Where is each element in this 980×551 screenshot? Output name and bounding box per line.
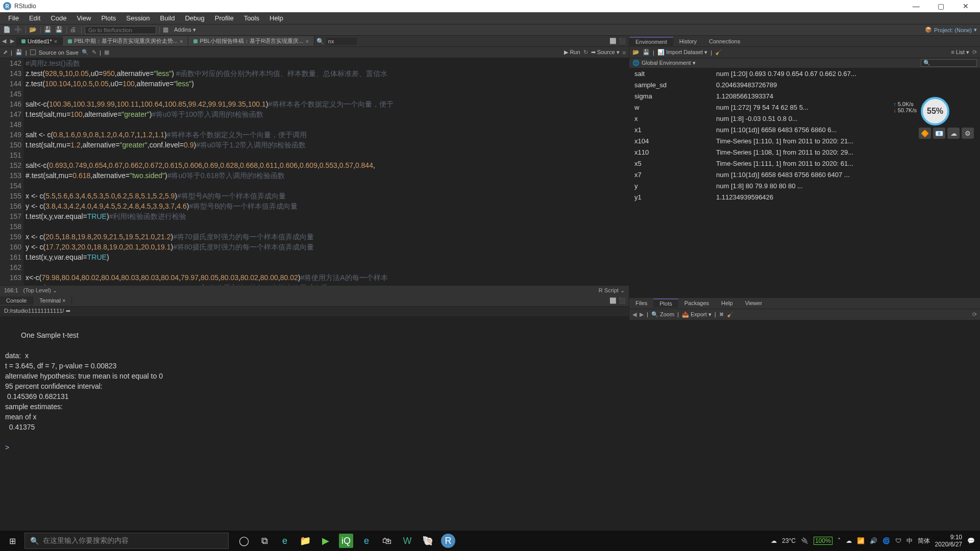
close-button[interactable]: ✕	[954, 2, 977, 10]
app-icon[interactable]: 🐚	[421, 534, 435, 548]
taskbar-search[interactable]: 🔍 在这里输入你要搜索的内容	[24, 533, 229, 549]
zoom-button[interactable]: 🔍 Zoom	[651, 311, 674, 318]
env-variable-row[interactable]: ynum [1:8] 80 79.9 80 80 80 ...	[629, 181, 980, 192]
tab-plots[interactable]: Plots	[653, 298, 678, 308]
env-variable-row[interactable]: saltnum [1:20] 0.693 0.749 0.654 0.67 0.…	[629, 68, 980, 80]
widget-icon[interactable]: 🔶	[919, 128, 931, 139]
menu-profile[interactable]: Profile	[210, 14, 239, 22]
menu-tools[interactable]: Tools	[239, 14, 264, 22]
ie-icon[interactable]: e	[359, 534, 374, 548]
menu-build[interactable]: Build	[155, 14, 180, 22]
cortana-icon[interactable]: ◯	[237, 534, 251, 548]
print-icon[interactable]: 🖨	[70, 26, 78, 34]
defender-icon[interactable]: 🛡	[895, 537, 901, 544]
menu-code[interactable]: Code	[45, 14, 71, 22]
scope-label[interactable]: (Top Level) ⌄	[23, 287, 57, 294]
refresh-icon[interactable]: ⟳	[972, 49, 977, 56]
run-button[interactable]: ▶ Run	[564, 49, 580, 56]
clock[interactable]: 9:10 2020/6/27	[935, 534, 962, 548]
wand-icon[interactable]: ✎	[92, 49, 96, 56]
goto-file-input[interactable]	[85, 26, 156, 34]
refresh-icon[interactable]: ⟳	[972, 311, 977, 318]
edge-icon[interactable]: e	[278, 534, 292, 548]
new-project-icon[interactable]: ➕	[14, 26, 22, 34]
save-workspace-icon[interactable]: 💾	[643, 49, 650, 56]
menu-session[interactable]: Session	[121, 14, 155, 22]
tab-terminal[interactable]: Terminal ×	[33, 296, 72, 305]
tab-search-input[interactable]	[326, 38, 357, 45]
rstudio-taskbar-icon[interactable]: R	[441, 534, 455, 548]
env-variable-row[interactable]: sigma1.12085661393374	[629, 91, 980, 102]
iqiyi-icon[interactable]: iQ	[339, 534, 353, 548]
start-button[interactable]: ⊞	[0, 536, 24, 546]
env-variable-row[interactable]: x110Time-Series [1:108, 1] from 2011 to …	[629, 147, 980, 158]
export-button[interactable]: 📤 Export ▾	[682, 311, 712, 318]
taskview-icon[interactable]: ⧉	[257, 534, 272, 548]
source-editor[interactable]: 1421431441451461471481491501511521531541…	[0, 58, 629, 285]
source-on-save-check[interactable]	[30, 49, 36, 55]
compile-report-icon[interactable]: ▦	[104, 49, 109, 56]
env-variable-row[interactable]: x5Time-Series [1:111, 1] from 2011 to 20…	[629, 158, 980, 169]
power-icon[interactable]: 🔌	[801, 537, 808, 544]
close-tab-icon[interactable]: ×	[305, 38, 308, 44]
find-icon[interactable]: 🔍	[82, 49, 89, 56]
load-workspace-icon[interactable]: 📂	[632, 49, 640, 56]
menu-edit[interactable]: Edit	[24, 14, 45, 22]
explorer-icon[interactable]: 📁	[298, 534, 312, 548]
maximize-pane-icon[interactable]: ⬛	[619, 38, 626, 44]
import-dataset-button[interactable]: 📊 Import Dataset ▾	[657, 49, 707, 56]
notifications-icon[interactable]: 💬	[967, 537, 975, 544]
env-variable-row[interactable]: y11.11234939596426	[629, 192, 980, 203]
tab-environment[interactable]: Environment	[629, 37, 673, 46]
addins-dropdown[interactable]: Addins ▾	[174, 27, 196, 33]
menu-plots[interactable]: Plots	[96, 14, 121, 22]
widget-icon[interactable]: ⚙	[962, 128, 974, 139]
tab-history[interactable]: History	[673, 37, 703, 45]
outline-icon[interactable]: ≡	[623, 49, 626, 56]
tab-files[interactable]: Files	[629, 299, 653, 307]
clear-plots-icon[interactable]: 🧹	[727, 311, 734, 318]
nav-back-icon[interactable]: ◀	[0, 38, 8, 44]
source-tab-untitled1[interactable]: Untitled1*×	[16, 37, 63, 45]
env-variable-row[interactable]: xnum [1:8] -0.03 0.51 0.8 0...	[629, 113, 980, 124]
scope-dropdown[interactable]: Global Environment ▾	[642, 60, 696, 66]
goto-dir-icon[interactable]: ➦	[66, 308, 70, 314]
tab-packages[interactable]: Packages	[678, 299, 715, 307]
source-tab-pbl-final[interactable]: PBL小组报告终稿：基于R语言实现重庆...×	[188, 36, 314, 46]
ime-mode[interactable]: 简体	[918, 537, 930, 545]
code-content[interactable]: #调用z.test()函数z.test(928,9,10,0.05,u0=950…	[26, 58, 394, 285]
env-variable-row[interactable]: sample_sd0.204639483726789	[629, 80, 980, 91]
console-output[interactable]: One Sample t-test data: x t = 3.645, df …	[0, 317, 629, 550]
network-icon[interactable]: 📶	[857, 537, 865, 544]
source-tab-pbl-mid[interactable]: PBL中期：基于R语言实现重庆房价走势...×	[63, 36, 188, 46]
menu-debug[interactable]: Debug	[180, 14, 209, 22]
env-variable-row[interactable]: wnum [1:272] 79 54 74 62 85 5...	[629, 102, 980, 113]
menu-file[interactable]: File	[3, 14, 24, 22]
rerun-icon[interactable]: ↻	[583, 49, 588, 56]
tab-console[interactable]: Console	[0, 296, 33, 305]
save-all-icon[interactable]: 💾	[55, 26, 63, 34]
close-tab-icon[interactable]: ×	[180, 38, 183, 44]
show-in-new-window-icon[interactable]: ⬈	[3, 49, 8, 56]
volume-icon[interactable]: 🔊	[870, 537, 877, 544]
save-icon[interactable]: 💾	[44, 26, 52, 34]
sync-icon[interactable]: 🌀	[883, 537, 890, 544]
media-icon[interactable]: ▶	[318, 534, 333, 548]
maximize-button[interactable]: ▢	[929, 2, 952, 10]
widget-icon[interactable]: ☁	[947, 128, 960, 139]
save-icon[interactable]: 💾	[15, 49, 22, 56]
onedrive-icon[interactable]: ☁	[846, 537, 852, 544]
grid-icon[interactable]: ▦	[163, 26, 171, 34]
weather-icon[interactable]: ☁	[771, 537, 777, 544]
maximize-pane-icon[interactable]: ⬛	[619, 297, 626, 304]
new-file-icon[interactable]: 📄	[3, 26, 11, 34]
minimize-pane-icon[interactable]: ⬜	[609, 38, 617, 44]
list-mode-dropdown[interactable]: ≡ List ▾	[951, 49, 969, 56]
project-selector[interactable]: 📦 Project: (None) ▾	[925, 27, 977, 33]
env-search-input[interactable]: 🔍	[921, 59, 977, 67]
clear-workspace-icon[interactable]: 🧹	[715, 49, 722, 56]
tray-expand-icon[interactable]: ˄	[838, 537, 841, 544]
word-icon[interactable]: W	[400, 534, 414, 548]
file-type-label[interactable]: R Script ⌄	[599, 287, 625, 294]
menu-help[interactable]: Help	[264, 14, 288, 22]
